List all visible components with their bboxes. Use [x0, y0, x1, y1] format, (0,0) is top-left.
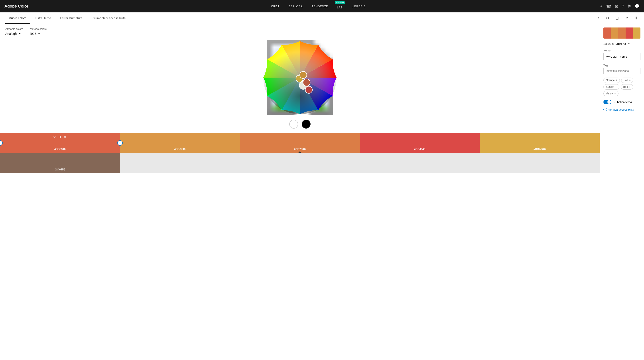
- swatch-sub-1[interactable]: #846756: [0, 153, 120, 173]
- tag-orange[interactable]: Orange +: [604, 78, 620, 83]
- tab-strumenti-accessibilita[interactable]: Strumenti di accessibilità: [88, 12, 129, 24]
- save-in-chevron-icon[interactable]: ▼: [628, 42, 630, 45]
- tab-ruota-colore[interactable]: Ruota colore: [5, 12, 30, 24]
- add-right-button[interactable]: +: [117, 140, 123, 146]
- name-label: Nome: [604, 49, 640, 52]
- swatch-4[interactable]: #DB4946: [360, 133, 480, 153]
- notification-icon[interactable]: ⚑: [628, 4, 631, 9]
- help-icon[interactable]: ?: [622, 4, 624, 9]
- method-select[interactable]: RGB ▼: [30, 32, 47, 35]
- chat-icon[interactable]: 💬: [635, 4, 640, 9]
- tabs-bar: Ruota colore Estrai tema Estrai sfumatur…: [0, 12, 644, 24]
- trash-icon[interactable]: 🗑: [64, 135, 66, 139]
- phone-icon[interactable]: ☎: [606, 4, 611, 9]
- tag-add-icon[interactable]: +: [616, 78, 618, 82]
- preview-seg-4: [626, 27, 633, 38]
- svg-point-13: [303, 79, 310, 86]
- publish-row: Pubblica tema: [604, 100, 640, 104]
- nav-link-lab[interactable]: Nuovo LAB: [334, 2, 346, 11]
- halfcircle-icon[interactable]: ◑: [58, 135, 61, 139]
- publish-label: Pubblica tema: [614, 100, 632, 104]
- active-swatch-indicator: [298, 151, 302, 153]
- accessibility-link[interactable]: i Verifica accessibilità: [604, 108, 640, 111]
- tag-field-group: Tag: [604, 64, 640, 74]
- share-button[interactable]: ⇗: [624, 15, 629, 21]
- swatch-5[interactable]: #DBAB46: [480, 133, 600, 153]
- publish-toggle[interactable]: [604, 100, 612, 104]
- page-body: Armonia colore Analoghi ▼ Metodo colore …: [0, 24, 644, 173]
- harmony-chevron-icon: ▼: [19, 32, 21, 35]
- svg-point-14: [305, 86, 312, 93]
- info-icon: i: [604, 108, 607, 111]
- swatch-sub-5[interactable]: [480, 153, 600, 173]
- nav-link-crea[interactable]: CREA: [268, 3, 283, 10]
- swatch-1[interactable]: + ⚙ ◑ 🗑 #DB6346 +: [0, 133, 120, 153]
- swatch-2[interactable]: #DB9746: [120, 133, 240, 153]
- tag-add-icon-5[interactable]: +: [614, 92, 616, 95]
- save-in-value: Libreria: [616, 42, 626, 45]
- tag-add-icon-3[interactable]: +: [615, 85, 617, 89]
- right-panel: Salva in Libreria ▼ Nome Tag Orange + Fa…: [600, 24, 644, 173]
- harmony-label: Armonia colore: [5, 27, 23, 30]
- star-icon[interactable]: ✦: [600, 4, 603, 9]
- add-left-button[interactable]: +: [0, 140, 3, 146]
- nav-links: CREA ESPLORA TENDENZE Nuovo LAB LIBRERIE: [37, 2, 600, 11]
- name-field-group: Nome: [604, 49, 640, 60]
- tag-label: Tag: [604, 64, 640, 67]
- tag-add-icon-4[interactable]: +: [629, 85, 631, 89]
- swatch-sub-2[interactable]: [120, 153, 240, 173]
- svg-point-11: [300, 71, 307, 78]
- redo-button[interactable]: ↻: [605, 15, 610, 21]
- preview-seg-2: [611, 27, 618, 38]
- color-wheel-container[interactable]: [262, 40, 338, 115]
- undo-button[interactable]: ↺: [596, 15, 600, 21]
- harmony-control: Armonia colore Analoghi ▼: [5, 27, 23, 35]
- color-swatches-bottom: + ⚙ ◑ 🗑 #DB6346 + #DB9746 #DB7D46: [0, 133, 600, 173]
- swatch-1-icons: ⚙ ◑ 🗑: [0, 135, 120, 139]
- preview-seg-3: [618, 27, 626, 38]
- new-badge: Nuovo: [335, 1, 345, 4]
- tab-estrai-tema[interactable]: Estrai tema: [32, 12, 54, 24]
- theme-preview-bar: [604, 27, 640, 38]
- method-label: Metodo colore: [30, 27, 47, 30]
- swatch-4-hex: #DB4946: [414, 148, 426, 151]
- dark-button[interactable]: [302, 120, 310, 129]
- bright-button[interactable]: [289, 120, 298, 129]
- tag-red[interactable]: Red +: [621, 84, 633, 89]
- download-button[interactable]: ⬇: [634, 15, 639, 21]
- tab-estrai-sfumatura[interactable]: Estrai sfumatura: [56, 12, 86, 24]
- save-in-row: Salva in Libreria ▼: [604, 42, 640, 45]
- harmony-select[interactable]: Analoghi ▼: [5, 32, 23, 35]
- color-wheel-icon[interactable]: ◉: [615, 4, 618, 9]
- method-control: Metodo colore RGB ▼: [30, 27, 47, 35]
- preview-seg-5: [633, 27, 640, 38]
- method-chevron-icon: ▼: [38, 32, 40, 35]
- tag-fall[interactable]: Fall +: [621, 78, 633, 83]
- controls-row: Armonia colore Analoghi ▼ Metodo colore …: [0, 24, 600, 35]
- wheel-section: [0, 35, 600, 133]
- wheel-dots-svg[interactable]: [262, 40, 338, 115]
- name-input[interactable]: [604, 53, 640, 60]
- nav-link-librerie[interactable]: LIBRERIE: [348, 3, 369, 10]
- tag-sunset[interactable]: Sunset +: [604, 84, 620, 89]
- nav-link-esplora[interactable]: ESPLORA: [285, 3, 306, 10]
- swatch-3[interactable]: #DB7D46: [240, 133, 360, 153]
- swatch-3-hex: #DB7D46: [294, 148, 306, 151]
- preview-seg-1: [604, 27, 611, 38]
- bright-dark-controls: [289, 120, 310, 129]
- nav-link-tendenze[interactable]: TENDENZE: [308, 3, 332, 10]
- swatches-sub-row: #846756: [0, 153, 600, 173]
- swatch-sub-1-hex: #846756: [55, 168, 65, 171]
- save-in-label: Salva in: [604, 42, 614, 45]
- tag-add-icon-2[interactable]: +: [629, 78, 631, 82]
- swatch-5-hex: #DBAB46: [534, 148, 546, 151]
- fit-button[interactable]: ⊡: [614, 15, 620, 21]
- accessibility-label: Verifica accessibilità: [608, 108, 634, 111]
- swatch-sub-3[interactable]: [240, 153, 360, 173]
- swatch-2-hex: #DB9746: [174, 148, 186, 151]
- tabs-actions: ↺ ↻ ⊡ ⇗ ⬇: [596, 15, 639, 21]
- tag-input[interactable]: [604, 68, 640, 74]
- swatch-sub-4[interactable]: [360, 153, 480, 173]
- tag-yellow[interactable]: Yellow +: [604, 91, 618, 96]
- adjust-icon[interactable]: ⚙: [53, 135, 56, 139]
